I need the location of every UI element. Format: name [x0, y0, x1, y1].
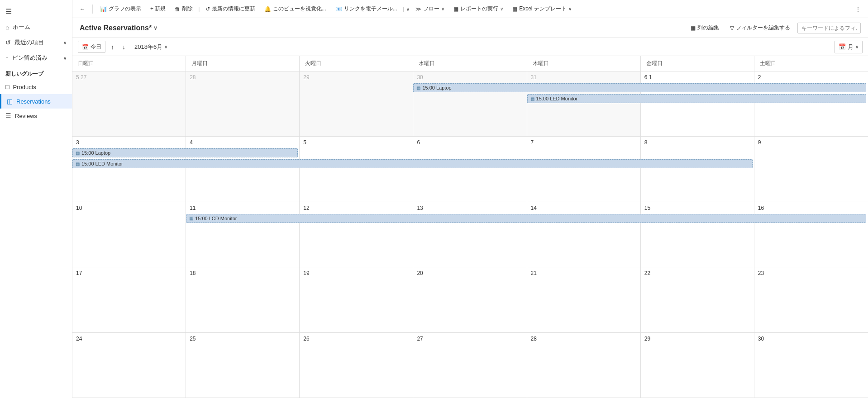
sidebar-item-reservations[interactable]: ◫ Reservations	[0, 94, 72, 109]
cal-date-number: 5	[303, 139, 409, 146]
cal-cell-w3-d2: 19	[300, 267, 413, 332]
cal-month-chevron-icon: ∨	[164, 44, 167, 49]
sidebar-group-label: 新しいグループ	[0, 66, 72, 80]
col-edit-icon: ▦	[691, 25, 696, 31]
cal-date-number: 8	[644, 139, 750, 146]
cal-body: 5 27282930316 12▦15:00 Laptop▦15:00 LED …	[72, 71, 868, 398]
cal-date-number: 29	[644, 336, 750, 342]
cal-next-button[interactable]: ↓	[119, 42, 128, 52]
cal-date-number: 18	[190, 270, 296, 276]
reservations-icon: ◫	[7, 98, 13, 105]
cal-event-w0-e0[interactable]: ▦15:00 Laptop	[413, 83, 866, 92]
cal-date-number: 28	[190, 74, 296, 81]
email-button[interactable]: 📧 リンクを電子メール...	[332, 3, 401, 14]
back-icon: ←	[80, 6, 85, 12]
sidebar-item-home[interactable]: ⌂ ホーム	[0, 19, 72, 35]
report-button[interactable]: ▦ レポートの実行 ∨	[450, 3, 507, 14]
cal-cell-w0-d5: 6 1	[641, 71, 754, 136]
sidebar-item-pinned[interactable]: ↑ ピン留め済み ∨	[0, 50, 72, 66]
view-title-chevron-icon[interactable]: ∨	[153, 25, 157, 31]
keyword-filter-input[interactable]	[797, 23, 861, 33]
cal-date-number: 17	[76, 270, 182, 276]
flow-button[interactable]: ≫ フロー ∨	[412, 3, 448, 14]
cal-event-w0-e1[interactable]: ▦15:00 LED Monitor	[527, 94, 866, 103]
cal-cell-w2-d6: 16	[754, 202, 868, 267]
toolbar-chevron-1[interactable]: ∨	[406, 6, 410, 12]
hamburger-menu-icon[interactable]: ☰	[0, 4, 72, 19]
cal-cell-w1-d1: 4	[186, 137, 300, 201]
main-content: ← 📊 グラフの表示 + 新規 🗑 削除 | ↺ 最新の情報に更新 🔔 このビュ…	[72, 0, 868, 398]
cal-month-label: 2018年6月	[134, 43, 162, 51]
cal-prev-button[interactable]: ↑	[108, 42, 117, 52]
cal-date-number: 13	[417, 205, 523, 211]
calendar: 日曜日月曜日火曜日水曜日木曜日金曜日土曜日 5 27282930316 12▦1…	[72, 56, 868, 398]
cal-up-icon: ↑	[111, 43, 114, 51]
toolbar-divider-pipe-1: |	[198, 5, 200, 12]
cal-view-button[interactable]: 📅 月 ∨	[835, 41, 863, 53]
new-button[interactable]: + 新規	[147, 3, 169, 14]
cal-date-number: 2	[758, 74, 864, 81]
cal-date-number: 3	[76, 139, 182, 146]
toolbar: ← 📊 グラフの表示 + 新規 🗑 削除 | ↺ 最新の情報に更新 🔔 このビュ…	[72, 0, 868, 18]
cal-cell-w1-d5: 8	[641, 137, 754, 201]
excel-button[interactable]: ▦ Excel テンプレート ∨	[509, 3, 575, 14]
cal-cell-w0-d4: 31	[527, 71, 641, 136]
report-icon: ▦	[453, 6, 458, 12]
sidebar: ☰ ⌂ ホーム ↺ 最近の項目 ∨ ↑ ピン留め済み ∨ 新しいグループ □ P…	[0, 0, 72, 398]
cal-date-number: 16	[758, 205, 864, 211]
cal-down-icon: ↓	[122, 43, 125, 51]
delete-button[interactable]: 🗑 削除	[171, 3, 196, 14]
cal-cell-w3-d0: 17	[72, 267, 186, 332]
view-title: Active Reservations* ∨	[80, 24, 157, 32]
cal-date-number: 30	[417, 74, 523, 81]
cal-event-w1-e0[interactable]: ▦15:00 Laptop	[72, 148, 298, 157]
cal-event-w2-e0[interactable]: ▦15:00 LCD Monitor	[186, 214, 866, 223]
email-icon: 📧	[335, 6, 342, 12]
event-label: 15:00 Laptop	[422, 85, 451, 90]
more-button[interactable]: ⋮	[852, 4, 864, 14]
cal-cell-w3-d6: 23	[754, 267, 868, 332]
cal-event-w1-e1[interactable]: ▦15:00 LED Monitor	[72, 159, 753, 168]
today-icon: 📅	[82, 44, 89, 50]
event-label: 15:00 LCD Monitor	[195, 216, 237, 221]
cal-cell-w1-d2: 5	[300, 137, 413, 201]
cal-cell-w2-d5: 15	[641, 202, 754, 267]
refresh-label: 最新の情報に更新	[212, 5, 255, 13]
cal-date-number: 27	[417, 336, 523, 342]
cal-cell-w2-d2: 12	[300, 202, 413, 267]
col-edit-button[interactable]: ▦ 列の編集	[687, 22, 723, 33]
graph-view-button[interactable]: 📊 グラフの表示	[96, 3, 145, 14]
filter-edit-button[interactable]: ▽ フィルターを編集する	[726, 22, 794, 33]
flow-icon: ≫	[415, 6, 421, 12]
sidebar-item-products[interactable]: □ Products	[0, 80, 72, 94]
today-button[interactable]: 📅 今日	[78, 41, 105, 53]
sidebar-item-recent[interactable]: ↺ 最近の項目 ∨	[0, 35, 72, 50]
event-icon: ▦	[530, 96, 534, 101]
cal-cell-w3-d1: 18	[186, 267, 300, 332]
cal-month-button[interactable]: 2018年6月 ∨	[131, 41, 171, 53]
event-label: 15:00 LED Monitor	[536, 96, 578, 101]
cal-view-label: 月	[848, 43, 854, 51]
cal-week-3: 17181920212223	[72, 267, 868, 332]
cal-week-4: 24252627282930	[72, 333, 868, 398]
back-button[interactable]: ←	[76, 4, 89, 14]
cal-date-number: 20	[417, 270, 523, 276]
cal-date-number: 6	[417, 139, 523, 146]
refresh-icon: ↺	[205, 6, 210, 12]
cal-date-number: 22	[644, 270, 750, 276]
filter-edit-icon: ▽	[730, 25, 734, 31]
cal-weekday-1: 月曜日	[186, 56, 300, 71]
flow-chevron-icon: ∨	[441, 6, 444, 11]
sidebar-item-home-label: ホーム	[13, 23, 30, 31]
cal-date-number: 9	[758, 139, 864, 146]
cal-date-number: 26	[303, 336, 409, 342]
sidebar-item-reviews[interactable]: ☰ Reviews	[0, 109, 72, 123]
visualize-button[interactable]: 🔔 このビューを視覚化...	[261, 3, 330, 14]
more-icon: ⋮	[855, 6, 861, 12]
refresh-button[interactable]: ↺ 最新の情報に更新	[202, 3, 259, 14]
cal-date-number: 31	[531, 74, 637, 81]
cal-cell-w2-d1: 11	[186, 202, 300, 267]
cal-cell-w2-d4: 14	[527, 202, 641, 267]
cal-cell-w1-d4: 7	[527, 137, 641, 201]
delete-icon: 🗑	[175, 6, 180, 12]
